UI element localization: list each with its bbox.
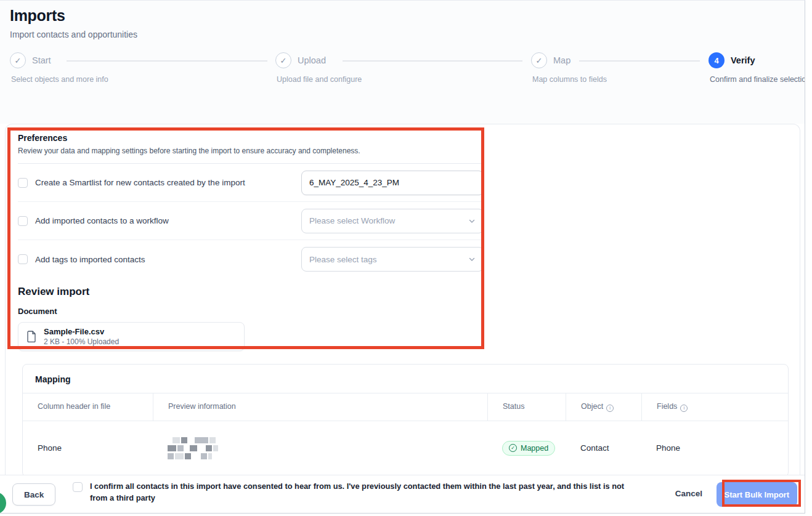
- consent-text: I confirm all contacts in this import ha…: [90, 480, 643, 504]
- status-badge-mapped: ✓ Mapped: [502, 441, 555, 456]
- stepper-connector: [579, 60, 700, 62]
- pref-row-workflow: Add imported contacts to a workflow Plea…: [18, 202, 484, 240]
- chevron-down-icon: [468, 217, 476, 225]
- smartlist-name-input[interactable]: [301, 171, 484, 195]
- col-preview: Preview information: [153, 393, 487, 421]
- info-icon[interactable]: i: [606, 405, 614, 412]
- row-preview: [153, 421, 487, 475]
- start-bulk-import-button[interactable]: Start Bulk Import: [717, 482, 797, 507]
- step-label: Start: [32, 55, 51, 65]
- file-name: Sample-File.csv: [44, 327, 119, 336]
- pref-row-smartlist: Create a Smartlist for new contacts crea…: [18, 164, 484, 202]
- step-sublabel: Upload file and configure: [277, 75, 362, 84]
- preferences-title: Preferences: [18, 133, 484, 143]
- consent-checkbox[interactable]: [73, 482, 83, 492]
- cancel-button[interactable]: Cancel: [672, 488, 706, 499]
- workflow-checkbox[interactable]: [18, 216, 28, 226]
- smartlist-checkbox[interactable]: [18, 178, 28, 188]
- info-icon[interactable]: i: [680, 405, 688, 412]
- step-complete-check-icon: ✓: [275, 52, 291, 68]
- row-object: Contact: [566, 421, 641, 475]
- file-icon: [27, 331, 36, 342]
- row-column-header: Phone: [23, 421, 153, 475]
- chevron-down-icon: [468, 256, 476, 263]
- pref-row-tags: Add tags to imported contacts Please sel…: [18, 240, 484, 278]
- preview-redacted: [168, 437, 218, 459]
- preferences-description: Review your data and mapping settings be…: [18, 147, 484, 155]
- imports-page: Imports Import contacts and opportunitie…: [0, 0, 805, 514]
- col-header-file: Column header in file: [23, 393, 153, 421]
- mapping-title: Mapping: [23, 365, 788, 393]
- mapping-table-header: Column header in file Preview informatio…: [23, 393, 788, 421]
- tags-checkbox[interactable]: [18, 254, 28, 264]
- step-label: Map: [553, 55, 570, 65]
- stepper-connector: [343, 60, 522, 62]
- mapping-section: Mapping Column header in file Preview in…: [22, 364, 789, 477]
- step-label: Verify: [731, 55, 755, 65]
- page-title: Imports: [10, 7, 65, 25]
- stepper-connector: [67, 60, 267, 62]
- review-import-title: Review import: [18, 286, 484, 298]
- pref-label: Add imported contacts to a workflow: [35, 216, 169, 225]
- stepper-step-verify[interactable]: 4 Verify Confirm and finalize selection: [708, 52, 805, 84]
- page-subtitle: Import contacts and opportunities: [10, 30, 137, 39]
- step-number-badge: 4: [708, 52, 725, 68]
- step-label: Upload: [298, 55, 326, 65]
- back-button[interactable]: Back: [12, 483, 55, 506]
- row-fields: Phone: [641, 421, 788, 475]
- stepper-step-upload[interactable]: ✓ Upload Upload file and configure: [275, 52, 362, 84]
- check-circle-icon: ✓: [509, 444, 517, 452]
- pref-label: Add tags to imported contacts: [35, 255, 145, 264]
- col-object: Objecti: [566, 393, 641, 421]
- step-complete-check-icon: ✓: [531, 52, 547, 68]
- row-status: ✓ Mapped: [487, 421, 566, 475]
- uploaded-file-card[interactable]: Sample-File.csv 2 KB - 100% Uploaded: [18, 322, 245, 351]
- step-sublabel: Confirm and finalize selection: [710, 75, 805, 84]
- step-sublabel: Map columns to fields: [532, 75, 607, 84]
- col-fields: Fieldsi: [641, 393, 788, 421]
- stepper-step-start[interactable]: ✓ Start Select objects and more info: [10, 52, 108, 84]
- consent-row: I confirm all contacts in this import ha…: [73, 480, 643, 504]
- workflow-select[interactable]: Please select Workflow: [301, 209, 484, 233]
- step-sublabel: Select objects and more info: [11, 75, 108, 84]
- document-label: Document: [18, 307, 484, 316]
- col-status: Status: [487, 393, 566, 421]
- footer-bar: Back I confirm all contacts in this impo…: [0, 475, 805, 513]
- preferences-section: Preferences Review your data and mapping…: [18, 133, 484, 351]
- stepper-step-map[interactable]: ✓ Map Map columns to fields: [531, 52, 607, 84]
- file-meta: 2 KB - 100% Uploaded: [44, 337, 119, 346]
- tags-select[interactable]: Please select tags: [301, 247, 484, 272]
- mapping-table-row: Phone ✓ Mapped Contact Phone: [23, 421, 788, 475]
- page-header: Imports Import contacts and opportunitie…: [0, 1, 805, 124]
- step-complete-check-icon: ✓: [10, 52, 26, 68]
- pref-label: Create a Smartlist for new contacts crea…: [35, 178, 245, 187]
